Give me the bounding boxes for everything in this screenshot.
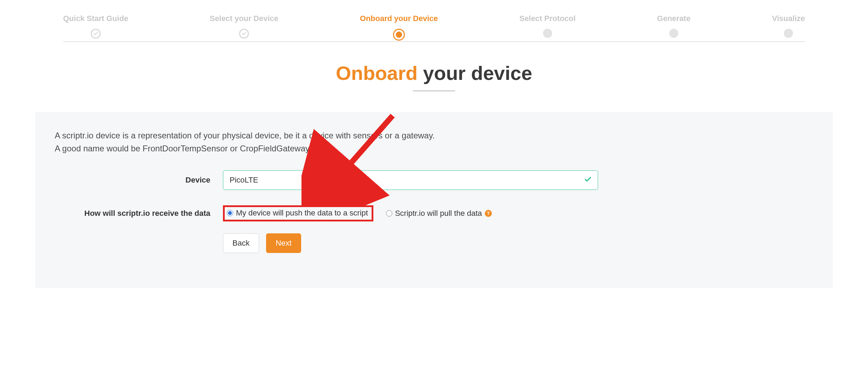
wizard-stepper: Quick Start Guide Select your Device Onb… bbox=[63, 14, 805, 41]
stepper-line bbox=[63, 41, 805, 42]
form-row-receive: How will scriptr.io receive the data My … bbox=[55, 205, 813, 221]
panel-desc-line2: A good name would be FrontDoorTempSensor… bbox=[55, 144, 311, 153]
step-label: Visualize bbox=[772, 14, 805, 23]
step-label: Select your Device bbox=[210, 14, 278, 23]
page-title: Onboard your device bbox=[21, 62, 847, 84]
check-icon bbox=[242, 31, 246, 36]
form-row-device: Device bbox=[55, 170, 813, 190]
back-button[interactable]: Back bbox=[223, 233, 259, 253]
device-label: Device bbox=[55, 176, 223, 185]
next-button[interactable]: Next bbox=[266, 233, 301, 253]
step-generate[interactable]: Generate bbox=[657, 14, 690, 38]
radio-pull-option[interactable]: Scriptr.io will pull the data ? bbox=[383, 207, 495, 220]
form-panel: A scriptr.io device is a representation … bbox=[35, 112, 833, 288]
radio-push-label: My device will push the data to a script bbox=[236, 208, 368, 218]
step-quick-start[interactable]: Quick Start Guide bbox=[63, 14, 128, 39]
step-circle-completed bbox=[239, 29, 249, 39]
panel-description: A scriptr.io device is a representation … bbox=[55, 129, 813, 155]
form-row-buttons: Back Next bbox=[55, 233, 813, 253]
step-label: Generate bbox=[657, 14, 690, 23]
buttons-wrap: Back Next bbox=[223, 233, 598, 253]
step-label: Select Protocol bbox=[520, 14, 576, 23]
device-input[interactable] bbox=[223, 170, 598, 190]
page-title-rest: your device bbox=[423, 62, 532, 84]
step-visualize[interactable]: Visualize bbox=[772, 14, 805, 38]
arrow-annotation-icon bbox=[301, 109, 414, 207]
step-select-device[interactable]: Select your Device bbox=[210, 14, 278, 39]
help-icon[interactable]: ? bbox=[485, 210, 492, 217]
receive-label: How will scriptr.io receive the data bbox=[55, 209, 223, 218]
radio-pull-label: Scriptr.io will pull the data bbox=[395, 209, 482, 218]
step-select-protocol[interactable]: Select Protocol bbox=[520, 14, 576, 38]
step-circle-future bbox=[784, 29, 793, 38]
step-onboard-device[interactable]: Onboard your Device bbox=[360, 14, 438, 41]
step-label: Quick Start Guide bbox=[63, 14, 128, 23]
step-circle-active bbox=[393, 29, 405, 41]
device-input-wrap bbox=[223, 170, 598, 190]
radio-push-option[interactable]: My device will push the data to a script bbox=[223, 205, 373, 221]
step-circle-completed bbox=[91, 29, 101, 39]
title-underline bbox=[413, 91, 455, 91]
radio-push-input[interactable] bbox=[227, 210, 233, 216]
check-icon bbox=[93, 31, 98, 36]
page-title-accent: Onboard bbox=[336, 62, 418, 84]
receive-radio-group: My device will push the data to a script… bbox=[223, 205, 598, 221]
radio-pull-input[interactable] bbox=[386, 210, 392, 217]
step-circle-future bbox=[543, 29, 552, 38]
step-circle-future bbox=[669, 29, 678, 38]
panel-desc-line1: A scriptr.io device is a representation … bbox=[55, 131, 435, 140]
step-label: Onboard your Device bbox=[360, 14, 438, 23]
